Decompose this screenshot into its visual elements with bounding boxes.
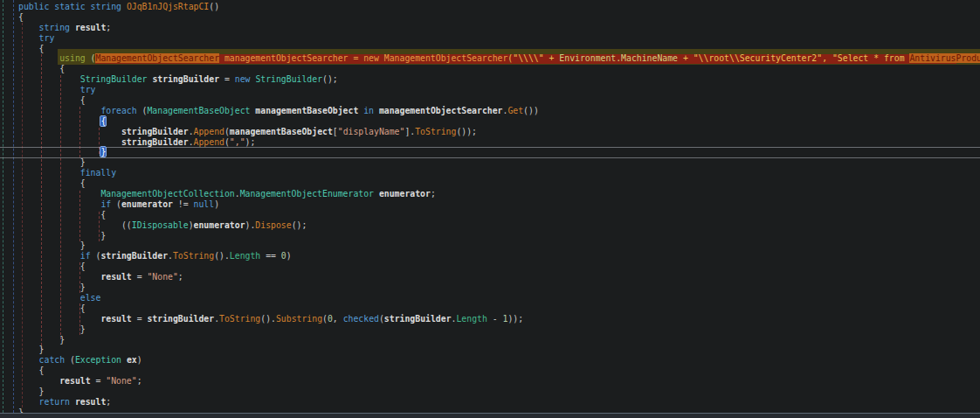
code-token: = (219, 74, 235, 84)
code-token: ; (106, 23, 111, 32)
decompiler-window: public static string OJqB1nJQjsRtapCI(){… (0, 0, 980, 418)
code-line: stringBuilder.Append(managementBaseObjec… (18, 127, 980, 137)
indent-guide (3, 0, 3, 413)
code-line: { (18, 303, 980, 314)
code-token: return (39, 397, 70, 407)
code-token: { (18, 64, 65, 73)
code-token: (). (260, 314, 276, 324)
code-token: } (18, 345, 45, 354)
code-token: Append (194, 127, 224, 136)
code-token: managementBaseObject (255, 106, 358, 115)
code-line: try (18, 85, 980, 95)
code-token: result (59, 376, 90, 386)
code-line: } (18, 345, 980, 355)
code-token: { (18, 366, 45, 375)
code-token: == (260, 251, 281, 261)
code-token (18, 199, 100, 209)
code-token: result (75, 23, 106, 32)
code-token: "None" (106, 376, 136, 386)
code-line: string result; (18, 23, 980, 33)
code-editor[interactable]: public static string OJqB1nJQjsRtapCI(){… (18, 2, 980, 418)
code-token (18, 85, 80, 94)
code-token: } (18, 240, 86, 250)
code-token: { (18, 210, 106, 219)
code-token: new (235, 74, 251, 84)
code-token: ()) (523, 106, 539, 115)
code-line: { (18, 44, 980, 54)
code-line: result = "None"; (18, 272, 980, 282)
code-token: else (80, 293, 101, 303)
code-token: (). (214, 251, 230, 261)
code-token: ex (127, 355, 137, 365)
code-token: = (132, 314, 148, 324)
code-token: Exception (75, 355, 121, 365)
code-token: ) (286, 251, 292, 261)
code-token: { (18, 44, 45, 53)
code-token (18, 33, 39, 43)
code-token: (); (292, 220, 307, 230)
code-token (18, 314, 100, 324)
code-token (18, 168, 80, 178)
code-line: catch (Exception ex) (18, 355, 980, 366)
code-token: ( (91, 251, 101, 261)
code-token: } (18, 282, 86, 292)
code-token: StringBuilder (255, 74, 322, 84)
code-token: } (18, 335, 65, 345)
code-token: Length (230, 251, 260, 261)
code-token: public (18, 2, 49, 11)
code-token: foreach (100, 106, 136, 115)
code-token: stringBuilder (152, 74, 219, 84)
code-token: string (39, 23, 70, 32)
code-token (18, 293, 80, 303)
code-token: () (209, 2, 219, 11)
code-line: public static string OJqB1nJQjsRtapCI() (18, 2, 980, 12)
code-token (18, 397, 39, 407)
code-line: { (18, 116, 980, 127)
code-line: { (18, 12, 980, 23)
code-token: catch (39, 355, 66, 365)
code-token: ()); (456, 127, 477, 136)
code-token: ; (178, 272, 183, 282)
code-token: null (194, 199, 215, 209)
code-token (18, 137, 121, 147)
code-token: { (100, 116, 106, 126)
code-token: try (39, 33, 55, 43)
code-token (18, 147, 100, 157)
code-token: ManagementObjectSearcher (95, 53, 219, 63)
code-token: ) (137, 355, 142, 365)
code-token: try (80, 85, 96, 94)
code-token: ( (137, 106, 148, 115)
code-line: } (18, 240, 980, 251)
code-token: managementObjectSearcher = new Managemen… (219, 53, 507, 63)
code-token: StringBuilder (80, 74, 148, 84)
code-token: ManagementBaseObject (147, 106, 250, 115)
code-token: } (18, 231, 106, 240)
code-line: if (enumerator != null) (18, 199, 980, 210)
indent-guide (13, 0, 14, 413)
code-token: ); (245, 137, 256, 147)
code-token: Length (456, 314, 487, 324)
code-token: ToString (415, 127, 456, 136)
code-line: result = "None"; (18, 376, 980, 387)
code-token: managementObjectSearcher (379, 106, 503, 115)
code-token: ]. (404, 127, 415, 136)
bottom-scrollbar-track[interactable] (0, 413, 980, 418)
code-token: = (132, 272, 148, 282)
code-token: stringBuilder (147, 314, 214, 324)
code-line: { (18, 210, 980, 220)
code-line: } (18, 387, 980, 397)
code-token: (( (18, 220, 132, 230)
code-line: } (18, 324, 980, 335)
code-line: } (18, 231, 980, 241)
code-token: ManagementObjectCollection (100, 189, 234, 199)
code-token: result (100, 314, 131, 324)
code-token (18, 23, 39, 32)
code-token: { (18, 12, 24, 22)
code-token: if (100, 199, 111, 209)
code-token: - (487, 314, 503, 324)
code-token (18, 53, 59, 63)
code-token (18, 272, 100, 282)
code-token: Environment.MachineName (559, 53, 678, 63)
code-token: { (18, 178, 86, 188)
code-token (18, 376, 59, 386)
